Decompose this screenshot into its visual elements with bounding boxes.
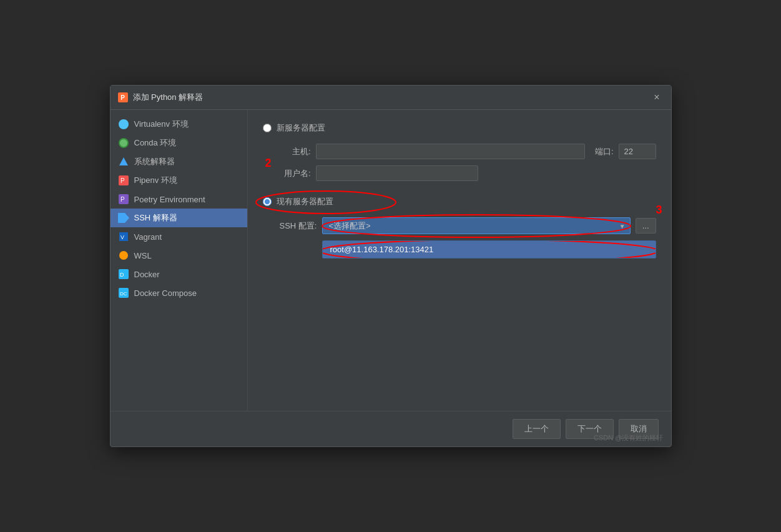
prev-button[interactable]: 上一个 bbox=[513, 419, 561, 439]
ssh-dropdown-item[interactable]: root@11.163.178.201:13421 bbox=[323, 241, 656, 258]
svg-text:P: P bbox=[120, 177, 125, 184]
existing-server-label[interactable]: 现有服务器配置 bbox=[277, 196, 333, 207]
wsl-icon bbox=[118, 250, 129, 261]
sidebar-item-virtualenv[interactable]: Virtualenv 环境 bbox=[111, 115, 247, 134]
ssh-config-select[interactable]: <选择配置> root@11.163.178.201:13421 bbox=[322, 217, 631, 234]
new-server-section: 主机: 端口: 2 用户名: bbox=[263, 144, 656, 181]
username-label: 用户名: bbox=[277, 168, 311, 179]
svg-text:D: D bbox=[120, 272, 124, 278]
sidebar-item-docker[interactable]: D Docker bbox=[111, 265, 247, 283]
svg-text:V: V bbox=[120, 234, 124, 240]
username-row: 2 用户名: bbox=[277, 165, 656, 181]
svg-marker-5 bbox=[118, 213, 129, 223]
port-label-text: 端口: bbox=[595, 146, 614, 157]
new-server-radio-row: 新服务器配置 bbox=[263, 122, 656, 134]
vagrant-icon: V bbox=[118, 231, 129, 242]
host-row: 主机: 端口: bbox=[277, 144, 656, 159]
sidebar-item-vagrant[interactable]: V Vagrant bbox=[111, 227, 247, 246]
new-server-radio[interactable] bbox=[263, 124, 272, 132]
sidebar-item-pipenv[interactable]: P Pipenv 环境 bbox=[111, 171, 247, 190]
dialog-footer: 上一个 下一个 取消 bbox=[111, 411, 671, 446]
docker-icon: D bbox=[118, 268, 129, 280]
host-label: 主机: bbox=[277, 146, 311, 157]
existing-server-section: 3 SSH 配置: <选择配置> root@11.163.178.201:134… bbox=[263, 217, 656, 259]
username-input[interactable] bbox=[316, 165, 478, 181]
svg-point-8 bbox=[119, 251, 128, 260]
host-input[interactable] bbox=[316, 144, 585, 159]
existing-server-radio-row: 现有服务器配置 bbox=[263, 196, 656, 207]
annotation-3: 3 bbox=[656, 204, 662, 217]
sidebar-item-wsl[interactable]: WSL bbox=[111, 246, 247, 265]
title-bar-left: P 添加 Python 解释器 bbox=[118, 92, 204, 103]
ssh-dropdown: root@11.163.178.201:13421 bbox=[322, 240, 656, 259]
svg-text:P: P bbox=[120, 196, 125, 203]
pycharm-icon: P bbox=[118, 92, 128, 102]
svg-text:DC: DC bbox=[120, 291, 127, 297]
sidebar: Virtualenv 环境 Conda 环境 系统解释器 P Pipenv 环境 bbox=[111, 110, 248, 411]
ssh-select-wrapper: <选择配置> root@11.163.178.201:13421 ▼ bbox=[322, 217, 631, 234]
ssh-config-label: SSH 配置: bbox=[277, 220, 317, 232]
main-panel: 新服务器配置 主机: 端口: 2 用户名: bbox=[248, 110, 671, 411]
dialog-title: 添加 Python 解释器 bbox=[133, 92, 204, 103]
port-input[interactable] bbox=[619, 144, 656, 159]
conda-icon bbox=[118, 137, 129, 149]
pipenv-icon: P bbox=[118, 175, 129, 186]
ssh-more-button[interactable]: ... bbox=[636, 218, 656, 234]
add-python-interpreter-dialog: P 添加 Python 解释器 × Virtualenv 环境 Conda 环境 bbox=[110, 85, 672, 447]
ssh-icon bbox=[118, 212, 129, 224]
new-server-label[interactable]: 新服务器配置 bbox=[277, 122, 325, 134]
virtualenv-icon bbox=[118, 119, 129, 130]
ssh-config-row: 3 SSH 配置: <选择配置> root@11.163.178.201:134… bbox=[277, 217, 656, 234]
watermark: CSDN @没有姓的柽轩 bbox=[594, 433, 663, 443]
existing-server-radio[interactable] bbox=[263, 197, 272, 206]
sidebar-item-conda[interactable]: Conda 环境 bbox=[111, 134, 247, 152]
close-button[interactable]: × bbox=[650, 91, 663, 104]
sidebar-item-ssh[interactable]: SSH 解释器 bbox=[111, 209, 247, 227]
system-icon bbox=[118, 156, 129, 167]
poetry-icon: P bbox=[118, 194, 129, 205]
dialog-body: Virtualenv 环境 Conda 环境 系统解释器 P Pipenv 环境 bbox=[111, 110, 671, 411]
sidebar-item-poetry[interactable]: P Poetry Environment bbox=[111, 190, 247, 209]
sidebar-item-docker-compose[interactable]: DC Docker Compose bbox=[111, 283, 247, 302]
title-bar: P 添加 Python 解释器 × bbox=[111, 86, 671, 110]
docker-compose-icon: DC bbox=[118, 287, 129, 298]
sidebar-item-system[interactable]: 系统解释器 bbox=[111, 152, 247, 171]
annotation-2: 2 bbox=[265, 157, 272, 170]
svg-marker-0 bbox=[119, 157, 128, 165]
